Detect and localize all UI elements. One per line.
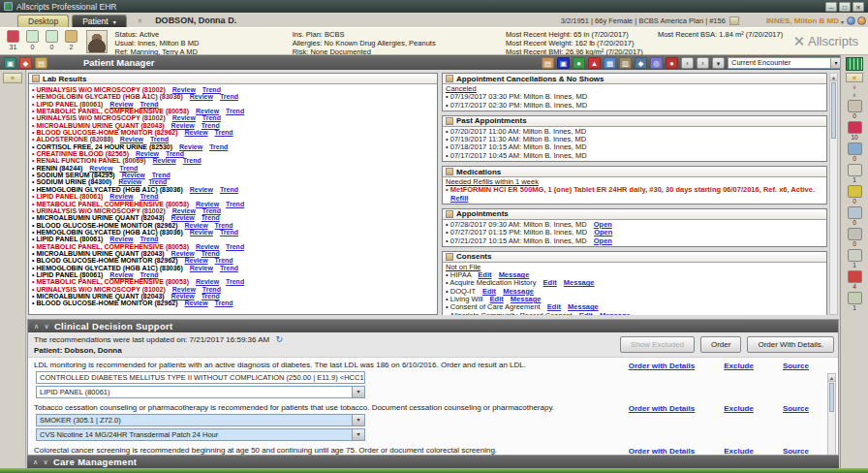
- therapy-select[interactable]: CVS Nicotine 14 MG/24HR Transdermal Patc…: [36, 428, 365, 441]
- collapse-section-icon[interactable]: ∧: [34, 323, 39, 331]
- nav-more-button[interactable]: ▾: [712, 57, 725, 69]
- review-link[interactable]: Review: [109, 236, 133, 242]
- cds-scrollbar[interactable]: ▲: [827, 373, 836, 456]
- review-link[interactable]: Review: [184, 222, 207, 229]
- maximize-button[interactable]: □: [839, 2, 851, 12]
- rail-icon[interactable]: [848, 292, 862, 304]
- trend-link[interactable]: Trend: [202, 122, 220, 129]
- clock-icon[interactable]: [857, 16, 866, 25]
- exclude-link[interactable]: Exclude: [724, 362, 754, 370]
- trend-link[interactable]: Trend: [152, 172, 170, 178]
- trend-link[interactable]: Trend: [119, 165, 138, 172]
- show-excluded-button[interactable]: Show Excluded: [620, 336, 695, 353]
- rail-item[interactable]: 0: [848, 185, 862, 205]
- counter-item[interactable]: 2: [64, 30, 78, 52]
- counter-item[interactable]: 31: [6, 30, 20, 52]
- review-link[interactable]: Review: [89, 165, 112, 172]
- review-link[interactable]: Review: [190, 93, 213, 100]
- review-link[interactable]: Review: [190, 265, 213, 271]
- expand-section-icon[interactable]: ∨: [43, 458, 47, 466]
- trend-link[interactable]: Trend: [140, 193, 158, 200]
- trend-link[interactable]: Trend: [209, 143, 228, 150]
- edit-consent-link[interactable]: Edit: [543, 278, 557, 287]
- provider-name[interactable]: INNES, Milton B MD: [766, 16, 839, 25]
- review-link[interactable]: Review: [190, 229, 213, 236]
- expand-section-icon[interactable]: ∨: [44, 323, 48, 331]
- order-with-details-link[interactable]: Order with Details: [629, 362, 695, 370]
- message-consent-link[interactable]: Message: [568, 302, 599, 311]
- nav-next-button[interactable]: ›: [697, 57, 709, 69]
- trend-link[interactable]: Trend: [226, 243, 244, 250]
- review-link[interactable]: Review: [153, 157, 176, 164]
- review-link[interactable]: Review: [120, 136, 143, 142]
- review-link[interactable]: Review: [171, 250, 195, 257]
- diagnosis-select[interactable]: SMOKER (305.1 | Z72.0) ▾: [36, 414, 365, 426]
- source-link[interactable]: Source: [783, 447, 809, 456]
- toolbar-icon[interactable]: ▤: [35, 57, 47, 69]
- open-appointment-link[interactable]: Open: [594, 228, 612, 236]
- trend-link[interactable]: Trend: [202, 250, 220, 257]
- order-with-details-link[interactable]: Order with Details: [629, 447, 695, 456]
- rail-icon[interactable]: [848, 142, 862, 155]
- trend-link[interactable]: Trend: [220, 93, 238, 100]
- rail-icon[interactable]: [848, 100, 862, 112]
- review-link[interactable]: Review: [136, 150, 159, 157]
- chevron-down-icon[interactable]: ▾: [352, 429, 364, 440]
- encounter-selector[interactable]: Current Encounter ▾: [728, 57, 842, 69]
- open-appointment-link[interactable]: Open: [594, 236, 612, 245]
- review-link[interactable]: Review: [172, 286, 196, 293]
- trend-link[interactable]: Trend: [202, 207, 221, 214]
- scroll-up-arrow[interactable]: ▲: [828, 374, 835, 382]
- nav-previous-button[interactable]: ‹: [681, 57, 694, 69]
- close-button[interactable]: ✕: [852, 2, 864, 12]
- trend-link[interactable]: Trend: [202, 214, 220, 221]
- rail-icon[interactable]: [848, 121, 862, 134]
- review-link[interactable]: Review: [196, 108, 219, 114]
- message-provider-icon[interactable]: [847, 16, 855, 25]
- review-link[interactable]: Review: [172, 86, 196, 93]
- rail-icon[interactable]: [848, 164, 862, 176]
- trend-link[interactable]: Trend: [220, 265, 238, 271]
- edit-consent-link[interactable]: Edit: [579, 311, 593, 315]
- main-scrollbar[interactable]: ▲: [829, 73, 838, 315]
- trend-link[interactable]: Trend: [226, 278, 244, 285]
- rail-item[interactable]: 4: [848, 270, 862, 290]
- scrollbar-thumb[interactable]: [831, 82, 836, 139]
- toolbar-icon[interactable]: ▲: [588, 57, 601, 69]
- rail-scroll-up-icon[interactable]: ∨: [852, 84, 856, 90]
- counter-icon[interactable]: [46, 30, 58, 43]
- review-link[interactable]: Review: [190, 186, 213, 193]
- trend-link[interactable]: Trend: [226, 108, 244, 114]
- rail-item[interactable]: 10: [848, 121, 862, 141]
- trend-link[interactable]: Trend: [140, 271, 158, 278]
- order-with-details-button[interactable]: Order With Details.: [747, 336, 834, 353]
- rail-icon[interactable]: [848, 270, 862, 283]
- review-link[interactable]: Review: [184, 300, 207, 306]
- trend-link[interactable]: Trend: [140, 236, 158, 242]
- review-link[interactable]: Review: [171, 214, 195, 221]
- review-link[interactable]: Review: [172, 207, 196, 214]
- patient-card-icon[interactable]: [729, 16, 739, 25]
- rail-icon[interactable]: [848, 228, 862, 240]
- review-link[interactable]: Review: [122, 172, 145, 178]
- review-link[interactable]: Review: [171, 122, 195, 129]
- diagnosis-select[interactable]: CONTROLLED DIABETES MELLITUS TYPE II WIT…: [36, 371, 365, 384]
- toolbar-icon[interactable]: ▦: [604, 57, 616, 69]
- counter-icon[interactable]: [7, 30, 19, 43]
- collapse-section-icon[interactable]: ∧: [33, 458, 38, 466]
- toolbar-icon[interactable]: ▣: [4, 57, 16, 69]
- scrollbar-thumb[interactable]: [829, 383, 834, 412]
- toolbar-icon[interactable]: ◆: [635, 57, 647, 69]
- review-link[interactable]: Review: [196, 278, 219, 285]
- review-link[interactable]: Review: [184, 129, 207, 136]
- trend-link[interactable]: Trend: [202, 293, 220, 300]
- review-link[interactable]: Review: [171, 293, 195, 300]
- toolbar-icon[interactable]: ◎: [650, 57, 663, 69]
- trend-link[interactable]: Trend: [202, 86, 221, 93]
- expand-sidebar-button[interactable]: »: [3, 73, 22, 83]
- schedule-grid-icon[interactable]: [846, 57, 863, 71]
- counter-item[interactable]: 0: [45, 30, 59, 52]
- collapse-rail-button[interactable]: «: [846, 73, 863, 82]
- rail-item[interactable]: 1: [848, 164, 862, 183]
- source-link[interactable]: Source: [783, 404, 809, 413]
